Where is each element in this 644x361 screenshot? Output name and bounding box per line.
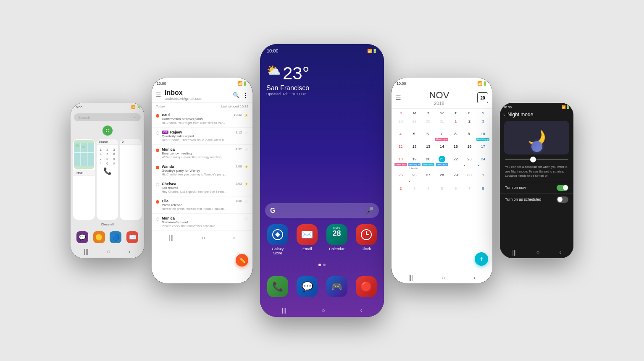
nav-recents-icon[interactable]: ||| (84, 248, 89, 255)
nav-back-icon3[interactable]: ‹ (360, 307, 362, 314)
nav-home-icon5[interactable]: ○ (536, 249, 539, 256)
cal-day-26[interactable]: 26 • (408, 171, 421, 184)
nav-back-icon4[interactable]: ‹ (473, 274, 476, 281)
cal-fab[interactable]: + (475, 252, 488, 266)
brightness-slider[interactable] (505, 159, 568, 160)
games-dock-icon[interactable]: 🟡 (93, 231, 105, 243)
phones-container: 10:00 📶 🔋 Search ⋮ C (0, 0, 644, 361)
cal-day-5[interactable]: 5 (407, 130, 421, 142)
app-clock[interactable]: Clock (354, 224, 379, 255)
cal-day-27[interactable]: 27 (421, 171, 435, 184)
email-item-wanda[interactable]: Wanda 2:08 Goodbye party for Wendy Hi, C… (152, 162, 252, 179)
today-button[interactable]: 20 (477, 92, 488, 103)
cal-day-1-nov[interactable]: 1 (449, 118, 463, 129)
app-calendar[interactable]: NOV 28 Calendar (324, 224, 350, 255)
star-empty-monica2[interactable]: ☆ (244, 216, 248, 221)
cal-day-10[interactable]: 10 Birthday p (476, 130, 490, 142)
email-header-icons: 🔍 ⋮ (233, 92, 248, 98)
galaxy-store-label: GalaxyStore (272, 247, 284, 255)
cal-day-20[interactable]: 20 Seoul exb (421, 155, 435, 170)
nav-back-icon2[interactable]: ‹ (233, 234, 235, 241)
compose-fab[interactable]: ✏️ (236, 254, 248, 267)
star-empty-monica[interactable]: ☆ (244, 147, 248, 152)
cal-day-12[interactable]: 12 (408, 143, 421, 154)
app-bixby[interactable]: 🎮 (324, 276, 350, 297)
search-icon[interactable]: 🔍 (233, 92, 239, 98)
cal-day-24[interactable]: 24 • (476, 155, 490, 170)
cal-day-21-today[interactable]: 21 Seoul exb (435, 155, 449, 170)
email-item-chelsea[interactable]: Chelsea 2:03 Tax returns Hey Charlie, ju… (152, 179, 252, 196)
recent-card-contacts[interactable]: 0 (120, 139, 142, 220)
cal-day-6[interactable]: 6 (421, 130, 434, 142)
cal-hamburger-icon[interactable]: ☰ (396, 94, 401, 101)
page-dots (260, 264, 384, 266)
star-icon-paul[interactable]: ★ (244, 113, 248, 118)
cal-week-6: 2 3 4 5 6 7 8 (394, 185, 490, 196)
star-empty-rajeev[interactable]: ☆ (244, 130, 248, 135)
app-email[interactable]: ✉️ Email (294, 224, 320, 255)
star-empty-elle[interactable]: ☆ (244, 199, 248, 204)
email-item-monica1[interactable]: Monica 4:32 Emergency meeting We're havi… (152, 145, 252, 162)
email-item-paul[interactable]: Paul 10:32 Confirmation of travel plans … (152, 110, 252, 128)
cal-day-4[interactable]: 4 (394, 130, 407, 142)
nav-recents-icon4[interactable]: ||| (408, 274, 413, 281)
cal-day-1-dec[interactable]: 1 (476, 171, 490, 184)
nav-back-icon5[interactable]: ‹ (559, 249, 561, 256)
star-icon-wanda[interactable]: ★ (244, 165, 248, 169)
cal-day-13[interactable]: 13 (421, 143, 435, 154)
recent-card-map[interactable]: Travel (73, 139, 95, 220)
cal-day-8[interactable]: 8 (449, 130, 462, 142)
cal-day-23[interactable]: 23 • (463, 155, 476, 170)
email-item-monica2[interactable]: Monica Tomorrow's event Please check the… (152, 214, 252, 231)
cal-day-25[interactable]: 25 (394, 171, 407, 184)
nav-recents-icon2[interactable]: ||| (169, 234, 173, 241)
app-screen-recorder[interactable]: 🔴 (354, 276, 379, 297)
cal-day-3[interactable]: 3 (476, 118, 490, 129)
slider-thumb[interactable] (530, 157, 536, 162)
turn-on-now-toggle[interactable] (557, 185, 568, 191)
star-icon-chelsea[interactable]: ★ (244, 182, 248, 186)
nav-recents-icon5[interactable]: ||| (512, 249, 517, 256)
cal-day-11[interactable]: 11 (394, 143, 407, 154)
cal-day-2[interactable]: 2 (463, 118, 476, 129)
nav-home-icon3[interactable]: ○ (321, 307, 325, 314)
cal-day-22[interactable]: 22 (449, 155, 463, 170)
hamburger-icon[interactable]: ☰ (156, 92, 161, 98)
cal-day-19[interactable]: 19 Meeting w Johns birt (408, 155, 421, 170)
bixby-dock-icon[interactable]: 🔵 (110, 231, 121, 243)
mic-icon[interactable]: 🎤 (365, 207, 374, 215)
cal-day-14[interactable]: 14 (435, 143, 449, 154)
recent-search-bar[interactable]: Search ⋮ (74, 113, 141, 121)
cal-day-28-2[interactable]: 28 (435, 171, 449, 184)
nav-home-icon4[interactable]: ○ (442, 274, 445, 281)
cal-day-16[interactable]: 16 (463, 143, 476, 154)
nav-home-icon[interactable]: ○ (107, 248, 110, 255)
cal-day-9[interactable]: 9 (463, 130, 476, 142)
turn-on-scheduled-toggle[interactable] (557, 196, 568, 203)
nav-recents-icon3[interactable]: ||| (282, 307, 287, 314)
app-galaxy-store[interactable]: GalaxyStore (265, 224, 290, 255)
email-dock-icon[interactable]: ✉️ (126, 231, 138, 243)
more-icon[interactable]: ⋮ (243, 92, 248, 98)
google-search-bar[interactable]: G 🎤 (265, 203, 379, 218)
app-messages[interactable]: 💬 (294, 276, 320, 297)
cal-day-30-2[interactable]: 30 (463, 171, 476, 184)
nav-home-icon2[interactable]: ○ (202, 234, 205, 241)
close-all-button[interactable]: Close all (71, 220, 144, 229)
cal-day-17[interactable]: 17 (476, 143, 490, 154)
cal-day-31[interactable]: 31 (435, 118, 449, 129)
nav-back-icon[interactable]: ‹ (129, 248, 131, 255)
cal-day-30[interactable]: 30 (421, 118, 435, 129)
cal-day-29-2[interactable]: 29 (449, 171, 463, 184)
recent-card-dialer[interactable]: Search 123 456 789 *0# 📞 (97, 139, 118, 220)
back-button[interactable]: ‹ (503, 112, 505, 118)
cal-day-29[interactable]: 29 (408, 118, 421, 129)
cal-day-7[interactable]: 7 Meeting w (434, 130, 448, 142)
messages-dock-icon[interactable]: 💬 (76, 231, 88, 243)
cal-day-15[interactable]: 15 (449, 143, 463, 154)
cal-day-18[interactable]: 18 Seoul exb (394, 155, 407, 170)
email-item-rajeev[interactable]: VIP Rajeev 8:12 Quarterly sales report D… (152, 128, 252, 145)
cal-day-28[interactable]: 28 (394, 118, 407, 129)
app-phone[interactable]: 📞 (265, 276, 290, 297)
email-item-elle[interactable]: Elle 1:30 Press release Here's the press… (152, 196, 252, 214)
